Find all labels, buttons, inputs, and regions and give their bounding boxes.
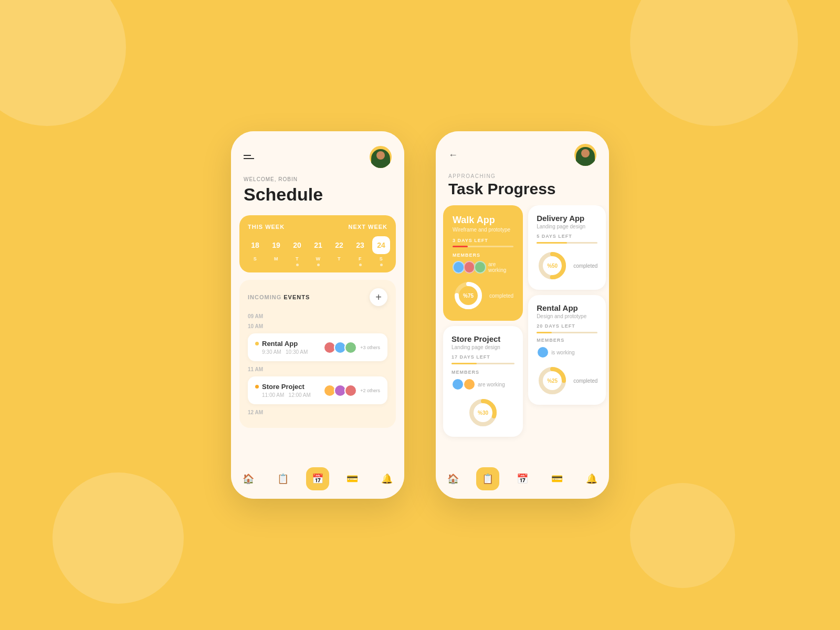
members-row: is working bbox=[537, 346, 597, 359]
task-subtitle: Design and prototype bbox=[537, 313, 597, 319]
task-subtitle: Wireframe and prototype bbox=[453, 227, 513, 233]
avatar-image bbox=[576, 147, 595, 166]
member-avatar bbox=[344, 341, 357, 354]
completed-text: completed bbox=[573, 378, 597, 384]
day-number: 22 bbox=[330, 236, 348, 254]
week-nav: THIS WEEK NEXT WEEK bbox=[246, 224, 390, 230]
task-subtitle: Landing page design bbox=[537, 224, 597, 229]
day-number: 20 bbox=[288, 236, 306, 254]
nav-calendar[interactable]: 📅 bbox=[306, 467, 329, 490]
donut-wrap: %50 completed bbox=[537, 250, 597, 281]
cards-icon: 💳 bbox=[545, 467, 569, 490]
page-title: Schedule bbox=[231, 184, 404, 215]
nav-cards[interactable]: 💳 bbox=[545, 467, 569, 490]
members-label: MEMBERS bbox=[537, 338, 597, 343]
event-store-project[interactable]: Store Project 11:00 AM 12:00 AM +2 other… bbox=[248, 376, 387, 404]
day-label: F bbox=[359, 256, 362, 261]
welcome-text: WELCOME, ROBIN bbox=[231, 176, 404, 184]
back-button[interactable]: ← bbox=[448, 150, 458, 161]
member-avatar bbox=[474, 261, 486, 274]
day-label: S bbox=[380, 256, 383, 261]
plus-others: +2 others bbox=[360, 388, 380, 393]
day-label: M bbox=[274, 256, 278, 261]
time-11am: 11 AM bbox=[248, 366, 387, 372]
bg-circle-top-right bbox=[630, 0, 798, 126]
store-project-card[interactable]: Store Project Landing page design 17 DAY… bbox=[443, 326, 523, 437]
completed-text: completed bbox=[573, 263, 597, 269]
event-dot bbox=[255, 385, 259, 388]
nav-tasks[interactable]: 📋 bbox=[271, 467, 295, 490]
progress-fill bbox=[537, 332, 552, 333]
donut-label: %50 bbox=[547, 263, 558, 269]
nav-home[interactable]: 🏠 bbox=[237, 467, 260, 490]
home-icon: 🏠 bbox=[237, 467, 260, 490]
avatar[interactable] bbox=[370, 146, 392, 168]
event-name: Store Project bbox=[255, 383, 311, 391]
progress-bar bbox=[452, 363, 514, 364]
nav-notifications[interactable]: 🔔 bbox=[375, 467, 398, 490]
event-avatars: +2 others bbox=[323, 384, 380, 397]
bottom-nav: 🏠 📋 📅 💳 🔔 bbox=[231, 461, 404, 499]
nav-home[interactable]: 🏠 bbox=[442, 467, 465, 490]
day-20[interactable]: 20 T bbox=[288, 236, 307, 266]
event-info: Rental App 9:30 AM 10:30 AM bbox=[255, 340, 308, 355]
avatar[interactable] bbox=[574, 144, 596, 166]
day-22[interactable]: 22 T bbox=[330, 236, 349, 266]
task-name: Delivery App bbox=[537, 214, 597, 223]
donut-chart: %30 bbox=[467, 397, 499, 428]
days-left: 5 DAYS LEFT bbox=[537, 234, 597, 239]
members-working-text: are working bbox=[488, 261, 513, 273]
nav-notifications[interactable]: 🔔 bbox=[580, 467, 603, 490]
nav-tasks[interactable]: 📋 bbox=[476, 467, 499, 490]
day-number: 18 bbox=[246, 236, 264, 254]
events-title: INCOMING EVENTS bbox=[248, 294, 310, 300]
donut-chart: %25 bbox=[537, 365, 568, 396]
p2-header: ← bbox=[436, 131, 609, 171]
phone-schedule: WELCOME, ROBIN Schedule THIS WEEK NEXT W… bbox=[231, 131, 404, 499]
delivery-app-card[interactable]: Delivery App Landing page design 5 DAYS … bbox=[528, 205, 606, 290]
events-header: INCOMING EVENTS + bbox=[248, 288, 387, 306]
day-21[interactable]: 21 W bbox=[309, 236, 328, 266]
this-week-label[interactable]: THIS WEEK bbox=[248, 224, 285, 230]
time-10am: 10 AM bbox=[248, 323, 387, 329]
partial-donut-wrap: %30 bbox=[452, 397, 514, 428]
member-avatar bbox=[537, 346, 549, 359]
next-week-label[interactable]: NEXT WEEK bbox=[349, 224, 387, 230]
day-23[interactable]: 23 F bbox=[351, 236, 370, 266]
day-dot bbox=[380, 264, 383, 266]
nav-cards[interactable]: 💳 bbox=[341, 467, 364, 490]
task-name: Walk App bbox=[453, 215, 513, 226]
completed-text: completed bbox=[489, 293, 513, 299]
members-row: are working bbox=[453, 261, 513, 274]
day-label: W bbox=[316, 256, 321, 261]
day-number-active: 24 bbox=[372, 236, 390, 254]
progress-fill bbox=[452, 363, 477, 364]
task-subtitle: Landing page design bbox=[452, 344, 514, 350]
event-rental-app[interactable]: Rental App 9:30 AM 10:30 AM +3 others bbox=[248, 333, 387, 361]
member-avatar bbox=[453, 261, 465, 274]
day-number: 23 bbox=[351, 236, 369, 254]
avatar-image bbox=[371, 149, 390, 168]
event-name: Rental App bbox=[255, 340, 308, 348]
day-dot bbox=[296, 264, 299, 266]
day-19[interactable]: 19 M bbox=[267, 236, 286, 266]
rental-app-card[interactable]: Rental App Design and prototype 20 DAYS … bbox=[528, 295, 606, 405]
donut-chart: %75 bbox=[453, 280, 484, 311]
day-18[interactable]: 18 S bbox=[246, 236, 265, 266]
calendar-icon: 📅 bbox=[306, 467, 329, 490]
day-24[interactable]: 24 S bbox=[372, 236, 391, 266]
week-days: 18 S 19 M 20 T 21 W bbox=[246, 236, 390, 266]
add-event-button[interactable]: + bbox=[370, 288, 387, 306]
task-name: Store Project bbox=[452, 334, 514, 343]
member-avatar bbox=[344, 384, 357, 397]
donut-label: %75 bbox=[463, 293, 474, 299]
walk-app-card[interactable]: Walk App Wireframe and prototype 3 DAYS … bbox=[443, 205, 523, 321]
event-avatars: +3 others bbox=[323, 341, 380, 354]
menu-icon[interactable] bbox=[244, 155, 254, 159]
tasks-icon: 📋 bbox=[476, 467, 499, 490]
donut-label: %25 bbox=[547, 378, 558, 384]
bell-icon: 🔔 bbox=[375, 467, 398, 490]
nav-calendar[interactable]: 📅 bbox=[511, 467, 534, 490]
tasks-left-col: Walk App Wireframe and prototype 3 DAYS … bbox=[443, 205, 523, 499]
progress-bar bbox=[537, 332, 597, 333]
